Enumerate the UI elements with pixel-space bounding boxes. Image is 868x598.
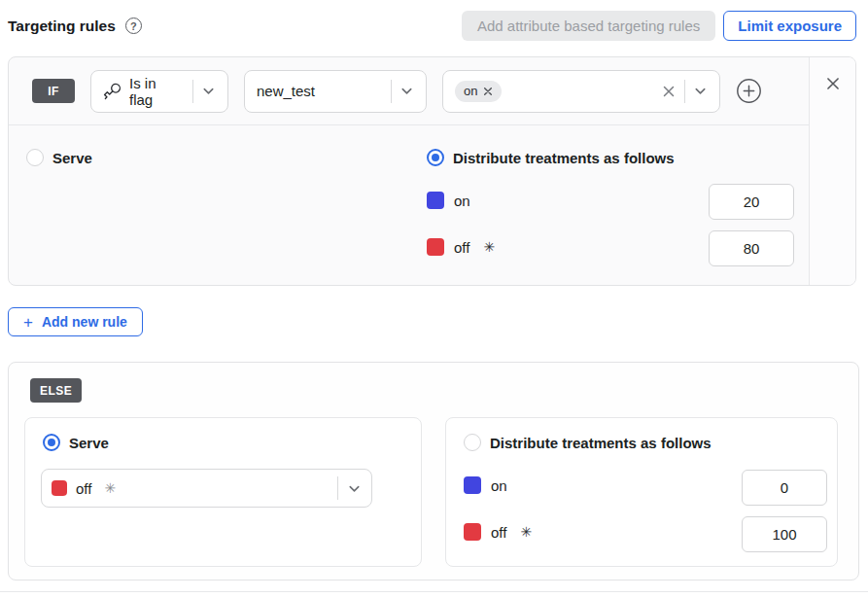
chevron-down-icon: [399, 84, 414, 98]
treatment-name: off: [454, 239, 469, 256]
rule-side-column: [809, 57, 855, 285]
plus-icon: +: [23, 314, 33, 331]
chevron-down-icon: [693, 84, 708, 98]
clear-all-icon[interactable]: [661, 84, 677, 99]
flag-select-value: new_test: [257, 83, 315, 99]
else-serve-label: Serve: [69, 435, 109, 451]
remove-rule-icon[interactable]: [824, 75, 842, 92]
default-treatment-icon: ✳: [104, 480, 116, 496]
default-treatment-icon: ✳: [483, 239, 495, 255]
treatment-name: on: [491, 477, 507, 494]
else-distribute-card: Distribute treatments as follows on off …: [445, 417, 838, 567]
treatment-row: off ✳: [464, 523, 532, 541]
chevron-down-icon: [347, 481, 362, 496]
else-serve-option[interactable]: Serve: [43, 434, 109, 451]
treatment-color-swatch: [427, 192, 444, 209]
matcher-select[interactable]: Is in flag: [90, 70, 228, 113]
add-condition-icon[interactable]: [736, 78, 762, 104]
header: Targeting rules ? Add attribute based ta…: [8, 10, 856, 42]
serve-radio[interactable]: [26, 149, 44, 166]
treatment-color-swatch: [52, 480, 67, 496]
treatment-row: on: [427, 192, 470, 209]
distribute-option[interactable]: Distribute treatments as follows: [427, 149, 675, 166]
else-serve-treatment-select[interactable]: off ✳: [41, 469, 372, 508]
treatment-name: off: [491, 524, 506, 541]
targeting-rule-card: IF Is in flag new_test: [8, 56, 856, 286]
rule-serve-section: Serve Distribute treatments as follows o…: [9, 125, 809, 285]
default-treatment-icon: ✳: [520, 524, 532, 540]
else-card: ELSE Serve off ✳ Distribute treatments a…: [8, 362, 859, 580]
limit-exposure-button[interactable]: Limit exposure: [723, 11, 856, 41]
treatment-name: off: [76, 480, 91, 497]
serve-label: Serve: [52, 150, 92, 166]
treatment-color-swatch: [427, 238, 444, 256]
treatment-percent-input[interactable]: [709, 230, 794, 266]
treatment-percent-input[interactable]: [742, 516, 827, 552]
help-icon[interactable]: ?: [125, 18, 142, 34]
else-distribute-radio[interactable]: [464, 434, 481, 451]
distribute-label: Distribute treatments as follows: [453, 150, 675, 166]
else-distribute-option[interactable]: Distribute treatments as follows: [464, 434, 712, 451]
treatment-color-swatch: [464, 476, 481, 494]
treatment-name: on: [454, 193, 470, 209]
else-distribute-label: Distribute treatments as follows: [490, 435, 712, 451]
flag-select[interactable]: new_test: [244, 70, 427, 113]
page-title: Targeting rules: [8, 18, 116, 35]
else-badge: ELSE: [30, 378, 82, 403]
value-chip-label: on: [464, 84, 477, 98]
chip-remove-icon[interactable]: [483, 87, 493, 96]
matcher-label: Is in flag: [129, 75, 177, 108]
add-new-rule-button[interactable]: + Add new rule: [8, 307, 143, 336]
else-serve-card: Serve off ✳: [24, 417, 422, 567]
treatment-row: on: [464, 476, 507, 494]
chevron-down-icon: [201, 84, 216, 98]
add-attribute-rules-button[interactable]: Add attribute based targeting rules: [462, 11, 715, 41]
serve-option[interactable]: Serve: [26, 149, 92, 166]
else-serve-radio[interactable]: [43, 434, 60, 451]
treatment-color-swatch: [464, 523, 481, 541]
if-badge: IF: [32, 79, 75, 103]
distribute-radio[interactable]: [427, 149, 444, 166]
add-new-rule-label: Add new rule: [42, 314, 127, 330]
treatment-values-select[interactable]: on: [442, 70, 720, 113]
treatment-row: off ✳: [427, 238, 495, 256]
rule-condition-row: IF Is in flag new_test: [9, 57, 809, 125]
treatment-percent-input[interactable]: [709, 184, 794, 220]
treatment-percent-input[interactable]: [742, 470, 827, 506]
value-chip: on: [455, 81, 502, 102]
key-icon: [103, 82, 122, 100]
bottom-divider: [0, 591, 868, 592]
